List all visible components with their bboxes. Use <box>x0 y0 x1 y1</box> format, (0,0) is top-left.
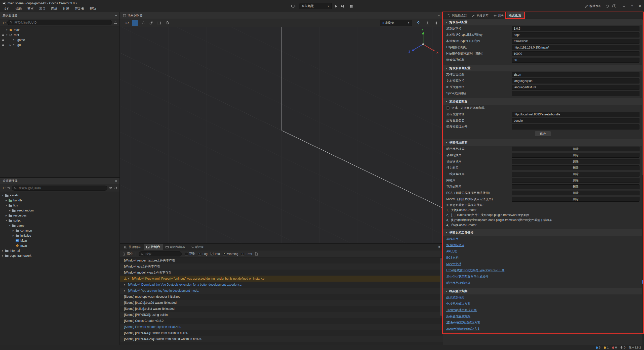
log-row[interactable]: ⚠▶[Window] [Vue warn]: Property "onInput… <box>120 276 443 282</box>
panel-menu-icon[interactable]: ≡ <box>438 245 440 249</box>
expand-arrow-icon[interactable]: ▼ <box>8 225 12 227</box>
tree-row[interactable]: ▶initialize <box>0 233 119 238</box>
console-search[interactable] <box>139 251 182 256</box>
property-input[interactable] <box>512 91 639 96</box>
move-tool-button[interactable] <box>132 20 138 26</box>
lock-icon[interactable] <box>1 34 5 36</box>
tree-row[interactable]: ▼libs <box>0 203 119 208</box>
expand-arrow-icon[interactable]: ▶ <box>12 235 15 237</box>
console-search-input[interactable] <box>145 252 180 256</box>
scene-selector-dropdown[interactable]: 当前场景 ▼ <box>300 3 332 9</box>
minimize-button[interactable]: ─ <box>620 0 628 12</box>
console-scrollbar[interactable] <box>440 257 442 345</box>
delete-module-button[interactable]: 删除 <box>512 172 639 177</box>
filter-icon[interactable] <box>114 21 117 24</box>
tree-row[interactable]: ▶bundle <box>0 198 119 203</box>
filter-warning[interactable]: ✓Warning <box>223 252 238 256</box>
refresh-icon[interactable] <box>114 187 117 190</box>
lighting-toggle-button[interactable] <box>415 20 421 26</box>
preview-device-button[interactable]: ▾ <box>291 5 296 8</box>
tree-row[interactable]: ▼main <box>0 27 119 32</box>
property-input[interactable] <box>512 85 639 90</box>
tree-row[interactable]: ▼game <box>0 223 119 228</box>
tree-row[interactable]: ▶gui <box>0 42 119 48</box>
camera-button[interactable] <box>424 20 430 26</box>
assets-search[interactable] <box>12 186 107 191</box>
dimension-toggle-button[interactable]: 3D <box>124 21 130 25</box>
tree-row[interactable]: TSMain <box>0 238 119 243</box>
expand-arrow-icon[interactable]: ▶ <box>1 255 5 257</box>
property-input[interactable] <box>512 26 639 31</box>
property-input[interactable] <box>512 45 639 50</box>
doc-link[interactable]: 原生包热更新配置自动生成插件 <box>446 275 489 279</box>
clear-console-button[interactable]: 清空 <box>123 252 133 256</box>
panel-menu-icon[interactable]: ≡ <box>115 179 117 183</box>
expand-arrow-icon[interactable]: ▼ <box>5 204 8 207</box>
build-publish-button[interactable]: 构建发布 <box>585 4 601 8</box>
tree-row[interactable]: ▶resources <box>0 213 119 218</box>
step-button[interactable] <box>341 5 344 8</box>
log-row[interactable]: [Scene] [PHYSICS]: switch from builtin t… <box>120 330 443 336</box>
info-count-badge[interactable]: 3 <box>596 346 600 349</box>
sort-icon[interactable] <box>7 187 10 190</box>
doc-link[interactable]: 2D角色扮演游戏解决方案 <box>446 321 480 325</box>
panel-menu-icon[interactable]: ≡ <box>115 14 117 17</box>
property-input[interactable] <box>512 72 639 77</box>
maximize-button[interactable]: □ <box>628 0 636 12</box>
log-row[interactable]: [Window] ecs文件夹不存在 <box>120 264 443 270</box>
doc-link[interactable]: API文档 <box>446 249 457 254</box>
property-input[interactable] <box>512 124 639 129</box>
expand-arrow-icon[interactable]: ▶ <box>124 290 128 292</box>
property-input[interactable] <box>512 78 639 83</box>
property-input[interactable] <box>512 39 639 44</box>
expand-arrow-icon[interactable]: ▼ <box>5 220 8 222</box>
section-header[interactable]: ▼游戏基础配置 <box>443 19 642 25</box>
assets-search-input[interactable] <box>19 186 105 190</box>
delete-module-button[interactable]: 删除 <box>512 147 639 151</box>
expand-arrow-icon[interactable]: ▶ <box>12 230 15 232</box>
play-button[interactable] <box>335 5 338 8</box>
delete-module-button[interactable]: 删除 <box>512 153 639 158</box>
inspector-tab-2[interactable]: 服务 <box>491 12 507 19</box>
doc-link[interactable]: 战旗游戏框架 <box>446 295 464 300</box>
section-header[interactable]: ▼框架模块裁剪 <box>443 139 642 146</box>
console-tab-1[interactable]: 控制台 <box>144 244 163 250</box>
section-header[interactable]: ▼游戏多语言配置 <box>443 65 642 71</box>
section-header[interactable]: ▼框架文档工具链接 <box>443 229 642 236</box>
world-coordinate-button[interactable] <box>164 20 170 26</box>
expand-arrow-icon[interactable]: ▶ <box>128 278 132 280</box>
filter-info[interactable]: ✓Info <box>210 252 220 256</box>
menu-item-6[interactable]: 开发者 <box>72 6 87 12</box>
gizmo-settings-button[interactable] <box>433 20 439 26</box>
layout-grid-button[interactable] <box>350 5 353 8</box>
expand-arrow-icon[interactable]: ▶ <box>124 284 128 286</box>
axis-gizmo[interactable]: Y X Z <box>404 28 442 58</box>
tree-row[interactable]: game <box>0 37 119 42</box>
scale-tool-button[interactable] <box>148 20 154 26</box>
error-count-badge[interactable]: 0 <box>612 346 617 349</box>
log-row[interactable]: [Window] render_texture文件夹不存在 <box>120 257 443 264</box>
doc-link[interactable]: 3D角色扮演游戏解决方案 <box>446 327 480 331</box>
doc-link[interactable]: Tiledmap地图解决方案 <box>446 308 477 312</box>
doc-link[interactable]: 游戏模板项目 <box>446 243 464 247</box>
close-button[interactable]: ✕ <box>636 0 644 12</box>
delete-module-button[interactable]: 删除 <box>512 159 639 164</box>
filter-icon[interactable] <box>109 187 112 190</box>
tree-row[interactable]: ▼assets <box>0 193 119 198</box>
help-button[interactable]: ? <box>612 4 616 8</box>
tree-row[interactable]: ▶oops-framework <box>0 253 119 258</box>
console-tab-2[interactable]: 动画编辑器 <box>163 244 188 250</box>
log-row[interactable]: ▶[Window] Download the Vue Devtools exte… <box>120 282 443 288</box>
lock-icon[interactable] <box>1 44 5 46</box>
view-mode-dropdown[interactable]: 正常浏览 ▼ <box>380 20 412 26</box>
delete-module-button[interactable]: 删除 <box>512 184 639 189</box>
expand-arrow-icon[interactable]: ▶ <box>9 44 12 46</box>
remote-load-checkbox[interactable] <box>446 106 450 110</box>
log-row[interactable]: ▶[Window] You are running Vue in develop… <box>120 288 443 294</box>
hierarchy-search-input[interactable] <box>14 21 110 24</box>
tree-row[interactable]: ▼script <box>0 218 119 223</box>
expand-arrow-icon[interactable]: ▼ <box>1 194 5 197</box>
delete-module-button[interactable]: 删除 <box>512 197 639 202</box>
warning-count-badge[interactable]: 1 <box>604 346 609 349</box>
panel-menu-icon[interactable]: ≡ <box>438 14 440 17</box>
